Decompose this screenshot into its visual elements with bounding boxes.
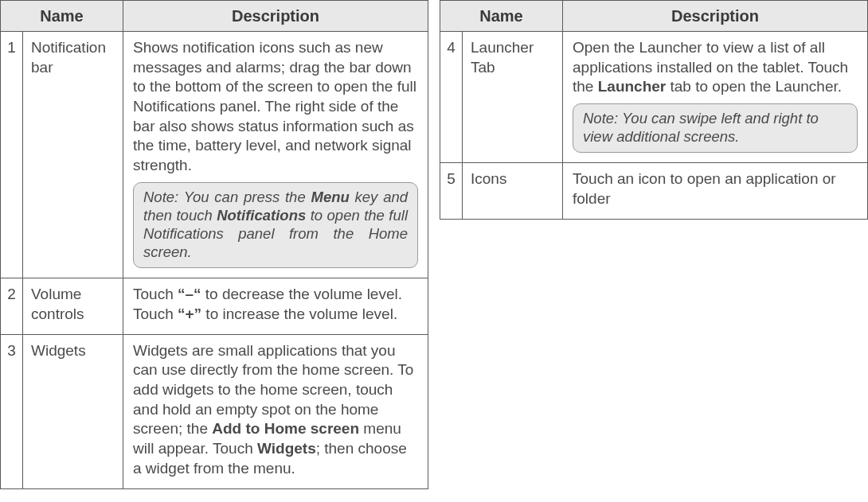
row-index: 4 xyxy=(440,32,463,163)
row-description: Open the Launcher to view a list of all … xyxy=(563,32,868,163)
row-name: Notification bar xyxy=(23,32,123,278)
table-row: 2Volume con­trolsTouch “–“ to decrease t… xyxy=(1,278,428,334)
row-description: Touch an icon to open an application or … xyxy=(563,163,868,219)
header-name: Name xyxy=(440,1,563,32)
row-index: 3 xyxy=(1,334,23,488)
table-row: 1Notification barShows notification icon… xyxy=(1,32,428,278)
description-text: Touch an icon to open an application or … xyxy=(573,169,858,208)
table-row: 3WidgetsWidgets are small applications t… xyxy=(1,334,428,488)
note-box: Note: You can swipe left and right to vi… xyxy=(573,103,858,153)
left-table: Name Description 1Notification barShows … xyxy=(0,0,428,489)
note-box: Note: You can press the Menu key and the… xyxy=(133,182,418,269)
description-text: Shows notification icons such as new mes… xyxy=(133,38,418,176)
description-text: Touch “–“ to decrease the volume level. … xyxy=(133,285,418,324)
row-description: Shows notification icons such as new mes… xyxy=(123,32,428,278)
header-description: Description xyxy=(563,1,868,32)
right-column: Name Description 4Launcher TabOpen the L… xyxy=(440,0,868,502)
header-description: Description xyxy=(123,1,428,32)
description-text: Widgets are small applications that you … xyxy=(133,341,418,479)
row-description: Touch “–“ to decrease the volume level. … xyxy=(123,278,428,334)
row-name: Widgets xyxy=(23,334,123,488)
row-description: Widgets are small applications that you … xyxy=(123,334,428,488)
row-index: 1 xyxy=(1,32,23,278)
row-index: 5 xyxy=(440,163,463,219)
table-row: 4Launcher TabOpen the Launcher to view a… xyxy=(440,32,868,163)
header-name: Name xyxy=(1,1,123,32)
row-name: Launcher Tab xyxy=(463,32,563,163)
row-name: Icons xyxy=(463,163,563,219)
description-text: Open the Launcher to view a list of all … xyxy=(573,38,858,97)
right-table: Name Description 4Launcher TabOpen the L… xyxy=(440,0,868,220)
left-column: Name Description 1Notification barShows … xyxy=(0,0,428,502)
table-row: 5IconsTouch an icon to open an applicati… xyxy=(440,163,868,219)
row-index: 2 xyxy=(1,278,23,334)
row-name: Volume con­trols xyxy=(23,278,123,334)
